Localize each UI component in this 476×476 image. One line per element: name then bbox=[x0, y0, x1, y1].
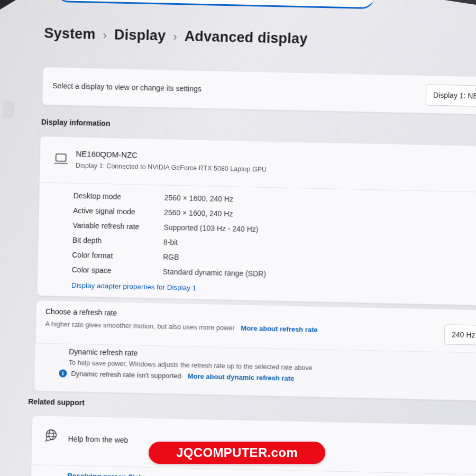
breadcrumb-system[interactable]: System bbox=[44, 25, 96, 43]
property-value: Supported (103 Hz - 240 Hz) bbox=[163, 223, 258, 234]
display-information-card: NE160QDM-NZC Display 1: Connected to NVI… bbox=[37, 136, 476, 306]
property-label: Variable refresh rate bbox=[72, 221, 163, 232]
dynamic-refresh-description: To help save power, Windows adjusts the … bbox=[69, 359, 313, 372]
laptop-icon bbox=[53, 153, 69, 166]
property-value: 2560 × 1600, 240 Hz bbox=[164, 208, 233, 218]
refresh-rate-value: 240 Hz bbox=[452, 330, 475, 339]
property-label: Color format bbox=[72, 251, 163, 261]
property-label: Active signal mode bbox=[73, 206, 164, 217]
property-label: Bit depth bbox=[72, 236, 163, 246]
display-properties-table: Desktop mode 2560 × 1600, 240 Hz Active … bbox=[71, 188, 476, 287]
monitor-subtitle: Display 1: Connected to NVIDIA GeForce R… bbox=[76, 162, 267, 173]
globe-search-icon bbox=[44, 428, 59, 443]
dynamic-refresh-status-row: i Dynamic refresh rate isn't supported M… bbox=[59, 369, 294, 382]
select-display-label: Select a display to view or change its s… bbox=[52, 81, 202, 93]
property-value: 2560 × 1600, 240 Hz bbox=[164, 194, 234, 204]
breadcrumb-display[interactable]: Display bbox=[114, 26, 166, 44]
property-label: Color space bbox=[72, 266, 163, 276]
display-adapter-properties-link[interactable]: Display adapter properties for Display 1 bbox=[71, 281, 197, 292]
dynamic-refresh-title: Dynamic refresh rate bbox=[69, 347, 138, 358]
watermark-badge: JQCOMPUTER.com bbox=[149, 442, 325, 464]
refresh-rate-description-text: A higher rate gives smoother motion, but… bbox=[45, 320, 235, 332]
refresh-rate-dropdown[interactable]: 240 Hz bbox=[444, 324, 476, 346]
breadcrumb: System › Display › Advanced display bbox=[44, 25, 308, 48]
sidebar-edge-fragment bbox=[3, 100, 15, 118]
property-value: RGB bbox=[163, 253, 179, 262]
search-input[interactable]: Find a setting bbox=[56, 0, 375, 9]
property-label: Desktop mode bbox=[74, 191, 164, 202]
refresh-rate-description: A higher rate gives smoother motion, but… bbox=[45, 320, 317, 334]
dynamic-refresh-status: Dynamic refresh rate isn't supported bbox=[71, 370, 181, 380]
display-select-value: Display 1: NE160QDM-NZC bbox=[433, 91, 476, 102]
related-support-heading: Related support bbox=[28, 397, 85, 407]
refresh-rate-title: Choose a refresh rate bbox=[45, 307, 117, 317]
info-icon: i bbox=[59, 369, 67, 377]
monitor-name: NE160QDM-NZC bbox=[76, 149, 138, 160]
page-title: Advanced display bbox=[184, 28, 307, 47]
property-value: 8-bit bbox=[163, 238, 178, 247]
chevron-right-icon: › bbox=[103, 27, 107, 42]
chevron-right-icon: › bbox=[173, 29, 177, 43]
monitor-header-row: NE160QDM-NZC Display 1: Connected to NVI… bbox=[40, 136, 476, 193]
help-from-web-title: Help from the web bbox=[68, 435, 129, 444]
resolving-screen-flicker-link[interactable]: Resolving screen flicker bbox=[67, 472, 150, 476]
settings-window: Find a setting System › Display › Advanc… bbox=[0, 0, 476, 476]
select-display-card: Select a display to view or change its s… bbox=[42, 67, 476, 116]
property-value: Standard dynamic range (SDR) bbox=[162, 268, 266, 278]
dynamic-refresh-rate-card: Dynamic refresh rate To help save power,… bbox=[34, 343, 476, 401]
display-information-heading: Display information bbox=[41, 117, 111, 127]
display-select-dropdown[interactable]: Display 1: NE160QDM-NZC bbox=[426, 84, 476, 107]
more-about-dynamic-refresh-link[interactable]: More about dynamic refresh rate bbox=[188, 372, 295, 382]
more-about-refresh-rate-link[interactable]: More about refresh rate bbox=[241, 324, 317, 334]
watermark-text: JQCOMPUTER.com bbox=[176, 445, 298, 460]
